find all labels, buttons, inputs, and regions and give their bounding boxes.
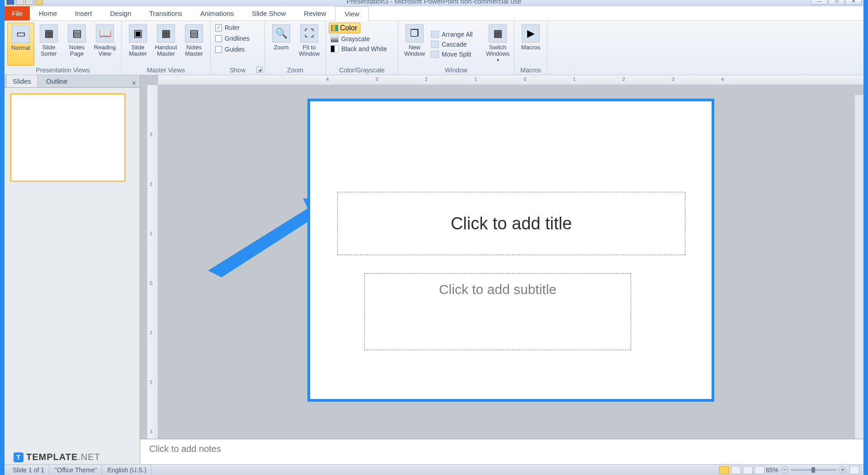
group-macros: ▶Macros Macros (514, 21, 547, 75)
cascade-icon (431, 41, 439, 48)
cascade-button[interactable]: Cascade (429, 40, 483, 49)
slide-canvas-viewport[interactable]: Click to add title Click to add subtitle (158, 85, 863, 439)
normal-view-button[interactable]: ▭Normal (7, 23, 34, 66)
zoom-percentage[interactable]: 65% (766, 466, 778, 474)
notes-master-button[interactable]: ▤Notes Master (180, 23, 208, 66)
group-label: Window (401, 66, 511, 74)
chevron-down-icon: ▾ (497, 57, 499, 62)
fit-to-window-button[interactable]: ⛶Fit to Window (296, 23, 323, 66)
vertical-ruler[interactable]: 3 2 1 0 1 2 3 (147, 85, 158, 439)
tab-review[interactable]: Review (295, 6, 335, 20)
group-show: ✓Ruler Gridlines Guides Show ◢ (211, 21, 265, 75)
close-button[interactable]: ✕ (845, 0, 862, 5)
status-bar: Slide 1 of 1 "Office Theme" English (U.S… (5, 464, 863, 475)
fit-slide-icon[interactable] (849, 466, 859, 474)
status-theme: "Office Theme" (50, 465, 102, 475)
notes-page-icon: ▤ (68, 24, 86, 43)
ribbon-tabs: File Home Insert Design Transitions Anim… (5, 6, 863, 21)
redo-icon[interactable] (25, 0, 33, 5)
outline-tab[interactable]: Outline (39, 75, 75, 87)
slide-sorter-button[interactable]: ▦Slide Sorter (35, 23, 62, 66)
group-zoom: 🔍Zoom ⛶Fit to Window Zoom (265, 21, 326, 75)
pane-close-icon[interactable]: × (132, 79, 136, 87)
slides-tab[interactable]: Slides (6, 75, 38, 87)
checkbox-icon (215, 46, 222, 53)
workspace: Slides Outline × 4 3 2 1 0 1 2 3 4 (5, 75, 863, 464)
slides-pane-tabs: Slides Outline × (5, 75, 140, 88)
switch-windows-icon: ▦ (489, 24, 507, 43)
watermark: T TEMPLATE.NET (14, 452, 100, 462)
zoom-in-button[interactable]: + (839, 466, 846, 474)
zoom-slider[interactable] (791, 469, 836, 471)
grayscale-icon (330, 35, 339, 43)
editor-area: 4 3 2 1 0 1 2 3 4 3 2 1 0 1 2 3 (140, 75, 863, 464)
tab-insert[interactable]: Insert (66, 6, 101, 20)
magnifier-icon: 🔍 (272, 24, 290, 43)
group-label: Zoom (268, 66, 323, 74)
checkbox-icon (215, 35, 222, 42)
tab-view[interactable]: View (335, 6, 368, 21)
macros-button[interactable]: ▶Macros (517, 23, 544, 66)
zoom-button[interactable]: 🔍Zoom (268, 23, 295, 66)
slide-sorter-icon: ▦ (40, 24, 58, 43)
tab-transitions[interactable]: Transitions (140, 6, 191, 20)
tab-animations[interactable]: Animations (191, 6, 243, 20)
zoom-out-button[interactable]: − (781, 466, 788, 474)
slide-master-icon: ▣ (129, 24, 147, 43)
tab-slideshow[interactable]: Slide Show (243, 6, 295, 20)
color-button[interactable]: Color (329, 23, 360, 33)
qat-customize-icon[interactable] (35, 0, 43, 5)
slide-master-button[interactable]: ▣Slide Master (124, 23, 151, 66)
minimize-button[interactable]: — (811, 0, 827, 5)
normal-view-icon[interactable] (719, 466, 729, 474)
slide-thumbnail-1[interactable] (10, 93, 126, 182)
normal-view-icon: ▭ (12, 25, 30, 43)
notes-placeholder: Click to add notes (149, 444, 221, 454)
slide-canvas[interactable]: Click to add title Click to add subtitle (307, 99, 714, 402)
svg-marker-0 (208, 207, 316, 277)
notes-page-button[interactable]: ▤Notes Page (63, 23, 90, 66)
status-language[interactable]: English (U.S.) (103, 465, 151, 475)
subtitle-placeholder[interactable]: Click to add subtitle (364, 273, 631, 350)
black-white-button[interactable]: Black and White (329, 44, 395, 53)
notes-master-icon: ▤ (185, 24, 203, 43)
grayscale-button[interactable]: Grayscale (329, 34, 395, 43)
group-label: Color/Grayscale (329, 66, 395, 74)
save-icon[interactable] (6, 0, 14, 5)
quick-access-toolbar (6, 0, 43, 5)
group-presentation-views: ▭Normal ▦Slide Sorter ▤Notes Page 📖Readi… (5, 21, 122, 75)
status-slide-count: Slide 1 of 1 (8, 465, 49, 475)
group-label: Presentation Views (7, 66, 118, 74)
macros-icon: ▶ (522, 24, 540, 43)
title-placeholder[interactable]: Click to add title (337, 192, 685, 255)
guides-checkbox[interactable]: Guides (213, 44, 262, 54)
window-controls: — ▭ ✕ (811, 0, 862, 5)
handout-master-button[interactable]: ▦Handout Master (152, 23, 179, 66)
slides-pane: Slides Outline × (5, 75, 140, 464)
slideshow-view-icon[interactable] (755, 466, 764, 474)
undo-icon[interactable] (16, 0, 24, 5)
group-label: Macros (517, 66, 544, 74)
color-icon (331, 25, 338, 31)
vertical-scrollbar[interactable] (854, 95, 863, 439)
dialog-launcher-icon[interactable]: ◢ (256, 66, 263, 73)
notes-pane[interactable]: Click to add notes (140, 439, 863, 464)
horizontal-ruler[interactable]: 4 3 2 1 0 1 2 3 4 (158, 75, 863, 85)
sorter-view-icon[interactable] (731, 466, 741, 474)
switch-windows-button[interactable]: ▦Switch Windows▾ (484, 23, 511, 66)
tab-design[interactable]: Design (101, 6, 141, 20)
move-split-button[interactable]: Move Split (429, 50, 483, 59)
gridlines-checkbox[interactable]: Gridlines (213, 33, 262, 43)
reading-view-button[interactable]: 📖Reading View (91, 23, 118, 66)
ruler-checkbox[interactable]: ✓Ruler (213, 23, 262, 33)
title-placeholder-text: Click to add title (451, 214, 572, 233)
reading-view-icon[interactable] (743, 466, 753, 474)
app-window: Presentation3 - Microsoft PowerPoint non… (5, 0, 863, 475)
new-window-button[interactable]: ❐New Window (401, 23, 428, 66)
maximize-button[interactable]: ▭ (828, 0, 844, 5)
arrange-all-button[interactable]: Arrange All (429, 30, 483, 39)
file-tab[interactable]: File (5, 6, 30, 20)
bw-icon (330, 45, 339, 52)
group-label: Master Views (124, 66, 208, 74)
tab-home[interactable]: Home (30, 6, 66, 20)
